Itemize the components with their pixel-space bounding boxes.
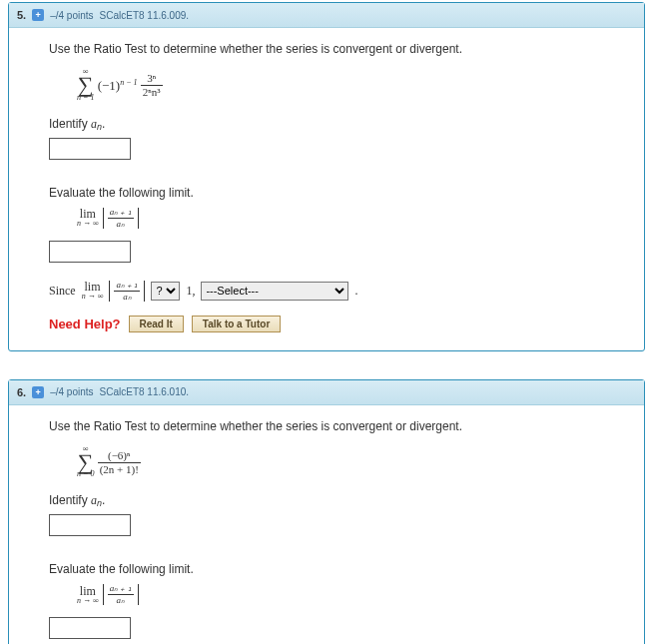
read-it-button[interactable]: Read It <box>129 316 184 332</box>
evaluate-label: Evaluate the following limit. <box>49 562 622 576</box>
points-label: –/4 points <box>50 386 93 397</box>
question-6: 6. + –/4 points SCalcET8 11.6.010. Use t… <box>8 379 645 644</box>
question-number: 6. <box>17 386 26 398</box>
need-help-row: Need Help? Read It Talk to a Tutor <box>49 316 622 332</box>
limit-expression: lim n → ∞ aₙ ₊ ₁ aₙ <box>77 584 622 605</box>
question-5: 5. + –/4 points SCalcET8 11.6.009. Use t… <box>8 2 645 351</box>
expand-icon[interactable]: + <box>32 9 44 21</box>
conclusion-row: Since lim n → ∞ aₙ ₊ ₁ aₙ ? 1, ---Select… <box>49 281 622 302</box>
identify-label: Identify an. <box>49 117 622 132</box>
comparison-select[interactable]: ? <box>151 282 180 301</box>
reference-label: SCalcET8 11.6.009. <box>100 10 190 21</box>
limit-expression: lim n → ∞ aₙ ₊ ₁ aₙ <box>77 208 622 229</box>
question-number: 5. <box>17 9 26 21</box>
identify-an-input[interactable] <box>49 138 131 160</box>
expand-icon[interactable]: + <box>32 386 44 398</box>
sigma-icon: ∑ <box>77 76 94 95</box>
series-expression: ∞ ∑ n = 1 (−1)n − 1 3ⁿ 2ⁿn³ <box>77 68 622 103</box>
limit-input[interactable] <box>49 241 131 263</box>
need-help-label: Need Help? <box>49 317 121 331</box>
instruction-text: Use the Ratio Test to determine whether … <box>49 419 622 433</box>
evaluate-label: Evaluate the following limit. <box>49 186 622 200</box>
conclusion-select[interactable]: ---Select--- <box>201 282 348 301</box>
limit-input[interactable] <box>49 617 131 639</box>
points-label: –/4 points <box>50 10 93 21</box>
question-body: Use the Ratio Test to determine whether … <box>9 405 644 644</box>
identify-label: Identify an. <box>49 493 622 508</box>
question-header: 6. + –/4 points SCalcET8 11.6.010. <box>9 380 644 405</box>
identify-an-input[interactable] <box>49 514 131 536</box>
series-expression: ∞ ∑ n = 0 (−6)ⁿ (2n + 1)! <box>77 445 622 480</box>
reference-label: SCalcET8 11.6.010. <box>100 386 190 397</box>
instruction-text: Use the Ratio Test to determine whether … <box>49 42 622 56</box>
question-body: Use the Ratio Test to determine whether … <box>9 28 644 350</box>
talk-to-tutor-button[interactable]: Talk to a Tutor <box>192 316 281 332</box>
question-header: 5. + –/4 points SCalcET8 11.6.009. <box>9 3 644 28</box>
